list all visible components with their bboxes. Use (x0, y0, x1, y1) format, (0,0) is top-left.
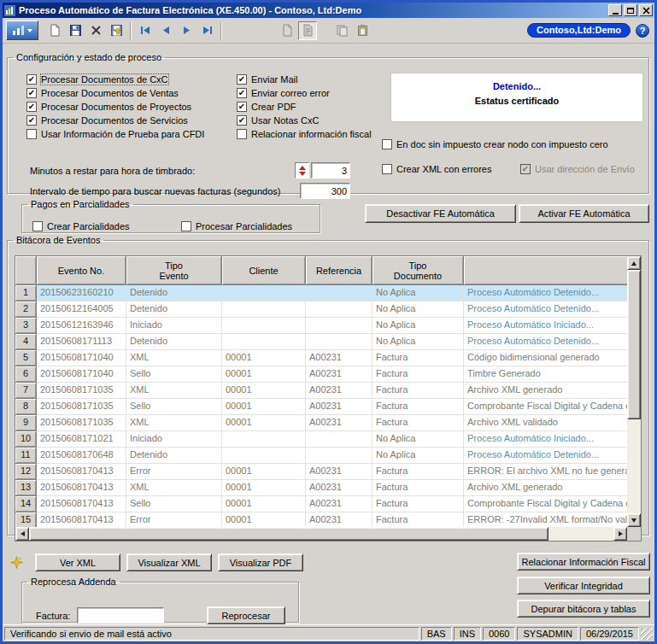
cell-descripcion[interactable]: ERROR: El archivo XML no fue generado (464, 464, 629, 480)
new-button[interactable] (45, 21, 64, 40)
cell-evento[interactable]: 20150608171040 (37, 366, 126, 383)
delete-button[interactable] (86, 21, 105, 40)
cell-tipo-evento[interactable]: Detenido (126, 334, 222, 350)
cell-tipo-evento[interactable]: Iniciado (126, 318, 222, 334)
cell-referencia[interactable]: A00231 (306, 383, 372, 399)
cell-referencia[interactable]: A00231 (306, 496, 372, 512)
cell-tipo-documento[interactable]: No Aplica (372, 334, 464, 350)
cell-referencia[interactable] (306, 285, 372, 302)
cell-cliente[interactable]: 00001 (222, 464, 306, 480)
horizontal-scrollbar[interactable] (15, 527, 627, 541)
checkbox-usar-informacion-de-prueba-para-cfdi[interactable]: Usar Información de Prueba para CFDI (26, 127, 204, 141)
cell-cliente[interactable] (222, 302, 306, 318)
cell-cliente[interactable] (222, 431, 306, 448)
depurar-bitacora-button[interactable]: Depurar bitácora y tablas (517, 600, 650, 618)
cell-referencia[interactable]: A00231 (306, 350, 372, 366)
cell-evento[interactable]: 20150608171040 (37, 350, 126, 366)
cell-evento[interactable]: 20150608171035 (37, 383, 126, 399)
maximize-button[interactable] (624, 4, 637, 16)
cell-descripcion[interactable]: Archivo XML generado (464, 480, 629, 496)
desactivar-fe-button[interactable]: Desactivar FE Automática (365, 204, 516, 223)
cell-descripcion[interactable]: Proceso Automático Detenido... (464, 448, 629, 464)
next-record-button[interactable] (177, 21, 196, 40)
checkbox-crear-parcialidades[interactable]: Crear Parcialidades (32, 220, 130, 233)
cell-evento[interactable]: 20150608170648 (37, 448, 126, 464)
cell-cliente[interactable] (222, 285, 306, 302)
spinner-up-icon[interactable] (299, 166, 306, 170)
cell-tipo-documento[interactable]: No Aplica (372, 302, 464, 318)
sparkle-button[interactable] (9, 555, 23, 569)
vertical-scrollbar[interactable] (627, 256, 641, 527)
checkbox-procesar-documentos-de-cxc[interactable]: Procesar Documentos de CxC (26, 73, 204, 86)
cell-tipo-evento[interactable]: Detenido (126, 302, 222, 318)
table-row[interactable]: 620150608171040Sello00001A00231FacturaTi… (15, 366, 629, 383)
cell-tipo-documento[interactable]: Factura (372, 415, 464, 431)
first-record-button[interactable] (136, 21, 155, 40)
cell-evento[interactable]: 20150623160210 (37, 285, 126, 302)
cell-tipo-documento[interactable]: No Aplica (372, 431, 464, 448)
cell-descripcion[interactable]: Comprobante Fiscal Digital y Cadena ori.… (464, 399, 629, 415)
previous-record-button[interactable] (156, 21, 175, 40)
row-number[interactable]: 10 (15, 431, 37, 448)
cell-referencia[interactable]: A00231 (306, 415, 372, 431)
checkbox-procesar-parcialidades[interactable]: Procesar Parcialidades (181, 220, 292, 233)
table-row[interactable]: 420150608171113DetenidoNo AplicaProceso … (15, 334, 629, 350)
cell-cliente[interactable] (222, 448, 306, 464)
table-row[interactable]: 1320150608170413XML00001A00231FacturaArc… (15, 480, 629, 496)
cell-descripcion[interactable]: Código bidimensional generado (464, 350, 629, 366)
cell-referencia[interactable]: A00231 (306, 480, 372, 496)
close-button[interactable] (639, 4, 653, 16)
column-header-tipo-evento[interactable]: Tipo Evento (126, 256, 222, 285)
cell-evento[interactable]: 20150608170413 (37, 480, 126, 496)
cell-tipo-evento[interactable]: Sello (126, 366, 222, 383)
scroll-right-button[interactable] (613, 527, 627, 541)
cell-tipo-documento[interactable]: Factura (372, 464, 464, 480)
minutos-input[interactable] (311, 162, 350, 179)
row-number[interactable]: 6 (15, 366, 37, 383)
cell-descripcion[interactable]: Proceso Automático Iniciado... (464, 318, 629, 334)
cell-referencia[interactable]: A00231 (306, 464, 372, 480)
cell-tipo-evento[interactable]: XML (126, 415, 222, 431)
last-record-button[interactable] (197, 21, 216, 40)
titlebar[interactable]: Proceso Automático de Factura Electrónic… (3, 3, 654, 18)
cell-referencia[interactable]: A00231 (306, 366, 372, 383)
table-row[interactable]: 1020150608171021IniciadoNo AplicaProceso… (15, 431, 629, 448)
row-number[interactable]: 14 (15, 496, 37, 512)
cell-evento[interactable]: 20150612164005 (37, 302, 126, 318)
minimize-button[interactable] (608, 4, 622, 16)
cell-evento[interactable]: 20150608171113 (37, 334, 126, 350)
cell-tipo-documento[interactable]: Factura (372, 399, 464, 415)
row-number[interactable]: 7 (15, 383, 37, 399)
factura-input[interactable] (77, 607, 164, 624)
paste-button[interactable] (353, 21, 372, 40)
table-row[interactable]: 920150608171035XML00001A00231FacturaArch… (15, 415, 629, 431)
cell-cliente[interactable]: 00001 (222, 480, 306, 496)
relacionar-informacion-fiscal-button[interactable]: Relacionar Información Fiscal (517, 553, 650, 571)
checkbox-usar-notas-cxc[interactable]: Usar Notas CxC (237, 114, 372, 127)
cell-evento[interactable]: 20150608171035 (37, 415, 126, 431)
verificar-integridad-button[interactable]: Verificar Integridad (517, 577, 650, 594)
cell-tipo-documento[interactable]: Factura (372, 383, 464, 399)
horizontal-scroll-thumb[interactable] (29, 527, 548, 541)
chart-menu-button[interactable] (6, 20, 38, 40)
column-header-descripcion[interactable] (464, 256, 629, 285)
row-number[interactable]: 2 (15, 302, 37, 318)
table-row[interactable]: 320150612163946IniciadoNo AplicaProceso … (15, 318, 629, 334)
cell-tipo-evento[interactable]: Detenido (126, 448, 222, 464)
checkbox-procesar-documentos-de-ventas[interactable]: Procesar Documentos de Ventas (26, 86, 204, 100)
cell-cliente[interactable]: 00001 (222, 350, 306, 366)
cell-cliente[interactable]: 00001 (222, 399, 306, 415)
cell-tipo-evento[interactable]: XML (126, 350, 222, 366)
row-number[interactable]: 1 (15, 285, 37, 302)
attachments-button[interactable] (278, 21, 296, 40)
save-button[interactable] (66, 21, 85, 40)
cell-cliente[interactable]: 00001 (222, 366, 306, 383)
visualizar-xml-button[interactable]: Visualizar XML (126, 553, 212, 571)
help-button[interactable]: ? (636, 24, 649, 38)
row-number[interactable]: 11 (15, 448, 37, 464)
spinner-down-icon[interactable] (299, 172, 306, 176)
table-row[interactable]: 220150612164005DetenidoNo AplicaProceso … (15, 302, 629, 318)
column-header-tipo-documento[interactable]: Tipo Documento (372, 256, 464, 285)
cell-tipo-documento[interactable]: Factura (372, 480, 464, 496)
cell-tipo-evento[interactable]: Sello (126, 399, 222, 415)
